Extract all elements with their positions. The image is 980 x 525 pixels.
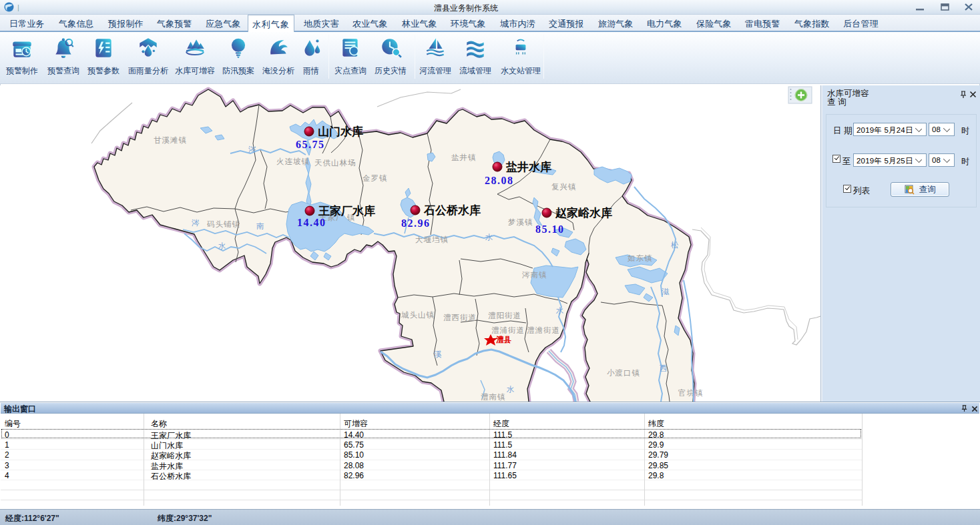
svg-text:溪: 溪 [434, 350, 442, 358]
svg-text:水: 水 [485, 233, 493, 241]
svg-text:大堰垱镇: 大堰垱镇 [415, 235, 449, 243]
svg-text:28.08: 28.08 [485, 175, 514, 186]
svg-text:14.40: 14.40 [297, 217, 326, 228]
svg-text:金罗镇: 金罗镇 [362, 174, 388, 182]
svg-text:石公桥水库: 石公桥水库 [423, 203, 481, 217]
svg-text:65.75: 65.75 [296, 139, 325, 150]
svg-text:松: 松 [671, 241, 679, 249]
svg-text:码头铺镇: 码头铺镇 [207, 220, 240, 228]
svg-text:澧西街道: 澧西街道 [443, 314, 477, 322]
svg-text:火连坡镇: 火连坡镇 [276, 157, 310, 165]
svg-text:甘溪滩镇: 甘溪滩镇 [154, 136, 187, 144]
svg-text:滋: 滋 [662, 288, 670, 296]
svg-text:梦溪镇: 梦溪镇 [508, 218, 533, 226]
svg-text:天供山林场: 天供山林场 [314, 159, 356, 167]
svg-text:西: 西 [660, 364, 668, 372]
svg-text:王家厂水库: 王家厂水库 [318, 204, 375, 217]
svg-text:官垸镇: 官垸镇 [678, 389, 704, 397]
svg-text:盐井镇: 盐井镇 [451, 153, 477, 161]
svg-text:盐井水库: 盐井水库 [505, 160, 551, 173]
svg-text:澧浦街道: 澧浦街道 [491, 326, 525, 334]
svg-text:水: 水 [218, 242, 226, 250]
svg-text:澧南镇: 澧南镇 [481, 393, 506, 401]
svg-text:85.10: 85.10 [535, 223, 565, 235]
svg-text:涔: 涔 [192, 219, 200, 227]
svg-text:水: 水 [555, 307, 564, 315]
svg-text:小渡口镇: 小渡口镇 [607, 369, 640, 377]
svg-text:澧澹街道: 澧澹街道 [527, 326, 560, 334]
svg-text:涔南镇: 涔南镇 [522, 271, 547, 279]
svg-text:涔: 涔 [248, 145, 256, 153]
svg-text:如东镇: 如东镇 [627, 254, 653, 262]
svg-text:82.96: 82.96 [401, 217, 431, 229]
svg-text:赵家峪水库: 赵家峪水库 [555, 206, 612, 219]
svg-text:水: 水 [506, 386, 515, 394]
svg-text:复兴镇: 复兴镇 [551, 183, 577, 191]
svg-text:南: 南 [256, 222, 264, 230]
svg-text:澧县: 澧县 [496, 336, 512, 344]
svg-text:澧阳街道: 澧阳街道 [488, 312, 521, 320]
svg-text:城头山镇: 城头山镇 [401, 311, 435, 319]
svg-text:山门水库: 山门水库 [318, 125, 363, 138]
